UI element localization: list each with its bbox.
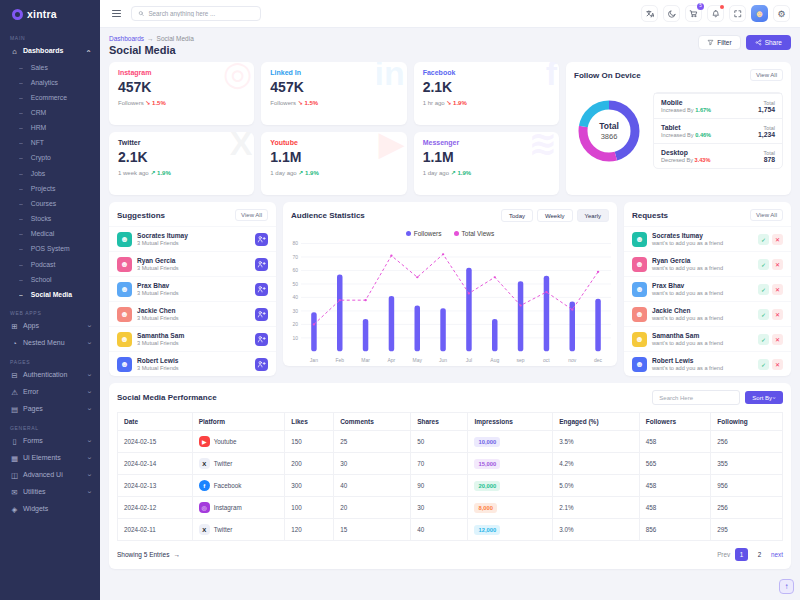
sidebar-item[interactable]: ⊞ Apps <box>0 318 100 335</box>
chevron-icon <box>88 339 90 347</box>
sidebar-item[interactable]: Sales <box>0 60 100 75</box>
notifications-button[interactable] <box>707 5 724 22</box>
column-header[interactable]: Comments <box>334 413 411 431</box>
accept-request-button[interactable]: ✓ <box>758 284 769 295</box>
pagination-prev[interactable]: Prev <box>717 551 730 558</box>
sidebar-item[interactable]: MAIN <box>0 28 100 43</box>
sidebar-item[interactable]: Medical <box>0 227 100 242</box>
sidebar-item[interactable]: Podcast <box>0 257 100 272</box>
sidebar-item[interactable]: POS System <box>0 242 100 257</box>
hamburger-menu-icon[interactable] <box>110 8 123 20</box>
column-header[interactable]: Shares <box>411 413 468 431</box>
view-all-button[interactable]: View All <box>750 209 783 221</box>
sidebar-item[interactable]: ◔ Nested Menu <box>0 335 100 352</box>
range-button[interactable]: Weekly <box>537 209 573 222</box>
decline-request-button[interactable]: ✕ <box>772 309 783 320</box>
global-search[interactable] <box>131 6 261 21</box>
column-header[interactable]: Impressions <box>468 413 553 431</box>
sidebar-item[interactable]: Courses <box>0 196 100 211</box>
table-row[interactable]: 2024-02-12 ◎ Instagram 100 20 30 <box>118 497 783 519</box>
table-row[interactable]: 2024-02-15 ▶ Youtube 150 25 50 <box>118 431 783 453</box>
sidebar-item[interactable]: HRM <box>0 121 100 136</box>
sidebar-item-label: Pages <box>23 405 43 413</box>
decline-request-button[interactable]: ✕ <box>772 334 783 345</box>
language-button[interactable] <box>641 5 658 22</box>
search-input[interactable] <box>148 10 254 17</box>
view-all-button[interactable]: View All <box>235 209 268 221</box>
accept-request-button[interactable]: ✓ <box>758 334 769 345</box>
add-friend-button[interactable] <box>255 258 268 271</box>
decline-request-button[interactable]: ✕ <box>772 284 783 295</box>
sidebar-item[interactable]: GENERAL <box>0 418 100 433</box>
requests-list: ☻ Socrates Itumay want's to add you as a… <box>624 226 791 376</box>
filter-button[interactable]: Filter <box>698 35 740 50</box>
sidebar-item[interactable]: ◫ Advanced Ui <box>0 467 100 484</box>
add-friend-button[interactable] <box>255 358 268 371</box>
scroll-to-top-button[interactable]: ↑ <box>779 579 794 594</box>
sidebar-item[interactable]: Crypto <box>0 151 100 166</box>
accept-request-button[interactable]: ✓ <box>758 359 769 370</box>
dark-mode-button[interactable] <box>663 5 680 22</box>
accept-request-button[interactable]: ✓ <box>758 259 769 270</box>
column-header[interactable]: Engaged (%) <box>553 413 640 431</box>
column-header[interactable]: Following <box>711 413 783 431</box>
share-button[interactable]: Share <box>746 35 791 50</box>
add-friend-button[interactable] <box>255 333 268 346</box>
sidebar-item[interactable]: ✉ Utilities <box>0 484 100 501</box>
table-row[interactable]: 2024-02-13 f Facebook 300 40 90 <box>118 475 783 497</box>
range-button[interactable]: Today <box>501 209 533 222</box>
sidebar-item[interactable]: PAGES <box>0 352 100 367</box>
fullscreen-button[interactable] <box>729 5 746 22</box>
sort-by-button[interactable]: Sort By› <box>745 391 783 404</box>
column-header[interactable]: Followers <box>639 413 711 431</box>
stat-value: 457K <box>118 79 245 95</box>
sidebar-item[interactable]: Projects <box>0 181 100 196</box>
table-row[interactable]: 2024-02-11 X Twitter 120 15 40 <box>118 519 783 541</box>
table-search-input[interactable] <box>652 390 740 405</box>
add-friend-button[interactable] <box>255 283 268 296</box>
sidebar-item[interactable]: WEB APPS <box>0 303 100 318</box>
user-avatar[interactable]: ☻ <box>751 5 768 22</box>
chevron-icon <box>88 454 90 462</box>
sidebar-item[interactable]: ▤ Pages <box>0 401 100 418</box>
cart-button[interactable]: 5 <box>685 5 702 22</box>
sidebar-item[interactable]: Jobs <box>0 166 100 181</box>
breadcrumb-parent[interactable]: Dashboards <box>109 35 144 42</box>
app-logo[interactable]: xintra <box>0 0 100 26</box>
table-row[interactable]: 2024-02-14 X Twitter 200 30 70 <box>118 453 783 475</box>
decline-request-button[interactable]: ✕ <box>772 359 783 370</box>
sidebar-item[interactable]: ⊟ Authentication <box>0 367 100 384</box>
avatar: ☻ <box>632 232 647 247</box>
decline-request-button[interactable]: ✕ <box>772 259 783 270</box>
svg-text:Jan: Jan <box>310 359 318 364</box>
platform-icon: X <box>199 458 210 469</box>
sidebar-item[interactable]: ◈ Widgets <box>0 501 100 518</box>
add-friend-button[interactable] <box>255 308 268 321</box>
sidebar-item[interactable]: ▯ Forms <box>0 433 100 450</box>
cell-engaged: 5.0% <box>553 475 640 497</box>
decline-request-button[interactable]: ✕ <box>772 234 783 245</box>
pagination-next[interactable]: next <box>771 551 783 558</box>
sidebar-item[interactable]: NFT <box>0 136 100 151</box>
column-header[interactable]: Likes <box>285 413 334 431</box>
device-row: Mobile Increased By 1.67% Total 1,75 <box>654 93 782 118</box>
sidebar-item[interactable]: Stocks <box>0 212 100 227</box>
sidebar-item[interactable]: ⚠ Error <box>0 384 100 401</box>
pagination-page-2[interactable]: 2 <box>753 548 766 561</box>
add-friend-button[interactable] <box>255 233 268 246</box>
sidebar-item[interactable]: Social Media <box>0 287 100 302</box>
accept-request-button[interactable]: ✓ <box>758 309 769 320</box>
column-header[interactable]: Date <box>118 413 193 431</box>
view-all-button[interactable]: View All <box>750 69 783 81</box>
settings-button[interactable]: ⚙ <box>773 5 790 22</box>
sidebar-item[interactable]: CRM <box>0 105 100 120</box>
range-button[interactable]: Yearly <box>577 209 609 222</box>
sidebar-item[interactable]: Analytics <box>0 75 100 90</box>
sidebar-item[interactable]: ▦ Ui Elements <box>0 450 100 467</box>
sidebar-item[interactable]: ⌂ Dashboards <box>0 43 100 60</box>
sidebar-item[interactable]: School <box>0 272 100 287</box>
accept-request-button[interactable]: ✓ <box>758 234 769 245</box>
sidebar-item[interactable]: Ecommerce <box>0 90 100 105</box>
pagination-page-1[interactable]: 1 <box>735 548 748 561</box>
column-header[interactable]: Platform <box>192 413 285 431</box>
